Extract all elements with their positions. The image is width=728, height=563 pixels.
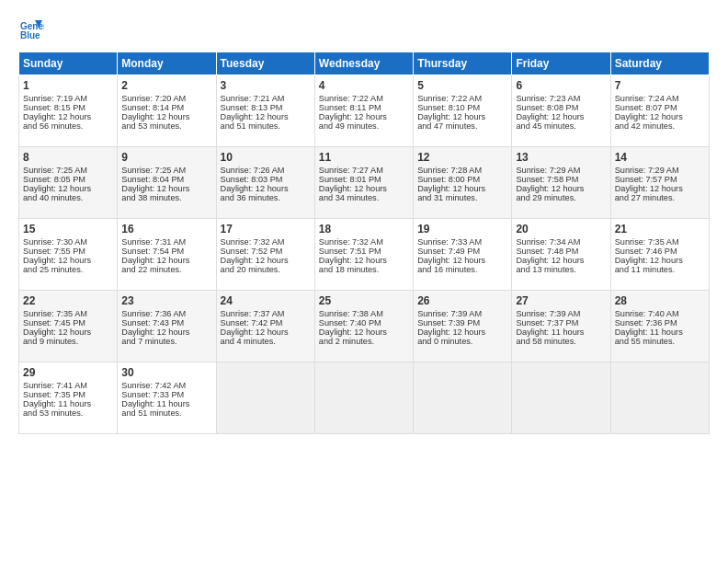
calendar-cell: 30Sunrise: 7:42 AMSunset: 7:33 PMDayligh… <box>118 362 216 434</box>
cell-info-line: Sunrise: 7:37 AM <box>221 309 311 318</box>
cell-info-line: and 11 minutes. <box>615 265 705 274</box>
calendar-cell: 18Sunrise: 7:32 AMSunset: 7:51 PMDayligh… <box>314 219 413 291</box>
day-number: 29 <box>23 366 113 379</box>
cell-info-line: Sunrise: 7:22 AM <box>417 94 507 103</box>
cell-info-line: Sunrise: 7:19 AM <box>23 94 113 103</box>
calendar-cell: 29Sunrise: 7:41 AMSunset: 7:35 PMDayligh… <box>19 362 118 434</box>
cell-info-line: Sunset: 7:42 PM <box>221 318 311 327</box>
day-number: 8 <box>23 151 113 164</box>
cell-info-line: and 27 minutes. <box>615 193 705 202</box>
cell-info-line: Sunset: 7:52 PM <box>221 247 311 256</box>
calendar-cell <box>314 362 413 434</box>
calendar-cell <box>512 362 610 434</box>
cell-info-line: Sunset: 7:49 PM <box>417 247 507 256</box>
day-number: 1 <box>23 79 113 92</box>
calendar-cell: 3Sunrise: 7:21 AMSunset: 8:13 PMDaylight… <box>216 75 314 147</box>
cell-info-line: Sunrise: 7:38 AM <box>319 309 409 318</box>
calendar-cell: 7Sunrise: 7:24 AMSunset: 8:07 PMDaylight… <box>610 75 709 147</box>
day-number: 12 <box>417 151 507 164</box>
day-number: 26 <box>417 294 507 307</box>
cell-info-line: Sunrise: 7:35 AM <box>23 309 113 318</box>
day-number: 30 <box>121 366 211 379</box>
cell-info-line: Sunrise: 7:27 AM <box>319 166 409 175</box>
calendar-cell: 10Sunrise: 7:26 AMSunset: 8:03 PMDayligh… <box>216 147 314 219</box>
cell-info-line: Sunrise: 7:24 AM <box>615 94 705 103</box>
day-number: 4 <box>319 79 409 92</box>
cell-info-line: Daylight: 12 hours <box>23 112 113 121</box>
cell-info-line: Sunset: 7:33 PM <box>121 390 211 399</box>
cell-info-line: Sunset: 8:01 PM <box>319 175 409 184</box>
calendar-table: SundayMondayTuesdayWednesdayThursdayFrid… <box>18 52 710 434</box>
calendar-cell: 19Sunrise: 7:33 AMSunset: 7:49 PMDayligh… <box>414 219 512 291</box>
cell-info-line: Daylight: 12 hours <box>516 112 606 121</box>
day-number: 18 <box>319 223 409 236</box>
cell-info-line: and 13 minutes. <box>516 265 606 274</box>
cell-info-line: and 18 minutes. <box>319 265 409 274</box>
cell-info-line: and 20 minutes. <box>221 265 311 274</box>
calendar-cell: 4Sunrise: 7:22 AMSunset: 8:11 PMDaylight… <box>314 75 413 147</box>
cell-info-line: Sunrise: 7:36 AM <box>121 309 211 318</box>
calendar-cell: 15Sunrise: 7:30 AMSunset: 7:55 PMDayligh… <box>19 219 118 291</box>
cell-info-line: and 2 minutes. <box>319 337 409 346</box>
calendar-cell: 5Sunrise: 7:22 AMSunset: 8:10 PMDaylight… <box>414 75 512 147</box>
cell-info-line: Sunrise: 7:30 AM <box>23 237 113 247</box>
cell-info-line: Sunrise: 7:40 AM <box>615 309 705 318</box>
day-number: 7 <box>615 79 705 92</box>
cell-info-line: Sunset: 8:15 PM <box>23 103 113 112</box>
cell-info-line: Sunrise: 7:23 AM <box>516 94 606 103</box>
cell-info-line: Daylight: 12 hours <box>121 327 211 337</box>
cell-info-line: Sunrise: 7:21 AM <box>221 94 311 103</box>
day-number: 16 <box>121 223 211 236</box>
cell-info-line: Daylight: 11 hours <box>615 327 705 337</box>
cell-info-line: and 55 minutes. <box>615 337 705 346</box>
column-header-wednesday: Wednesday <box>314 52 413 75</box>
cell-info-line: and 36 minutes. <box>221 193 311 202</box>
cell-info-line: Daylight: 12 hours <box>319 112 409 121</box>
cell-info-line: Daylight: 11 hours <box>121 399 211 408</box>
cell-info-line: Daylight: 11 hours <box>516 327 606 337</box>
logo-icon: General Blue <box>18 17 44 42</box>
calendar-cell: 25Sunrise: 7:38 AMSunset: 7:40 PMDayligh… <box>314 291 413 362</box>
top-section: General Blue <box>18 17 710 42</box>
cell-info-line: Sunset: 7:51 PM <box>319 247 409 256</box>
calendar-cell: 1Sunrise: 7:19 AMSunset: 8:15 PMDaylight… <box>19 75 118 147</box>
day-number: 15 <box>23 223 113 236</box>
cell-info-line: and 34 minutes. <box>319 193 409 202</box>
cell-info-line: Sunset: 8:13 PM <box>221 103 311 112</box>
cell-info-line: Sunset: 8:00 PM <box>417 175 507 184</box>
calendar-cell: 12Sunrise: 7:28 AMSunset: 8:00 PMDayligh… <box>414 147 512 219</box>
calendar-cell: 27Sunrise: 7:39 AMSunset: 7:37 PMDayligh… <box>512 291 610 362</box>
calendar-cell: 17Sunrise: 7:32 AMSunset: 7:52 PMDayligh… <box>216 219 314 291</box>
cell-info-line: Daylight: 12 hours <box>121 184 211 193</box>
cell-info-line: Sunrise: 7:20 AM <box>121 94 211 103</box>
day-number: 17 <box>221 223 311 236</box>
cell-info-line: Sunset: 8:08 PM <box>516 103 606 112</box>
cell-info-line: Sunset: 7:45 PM <box>23 318 113 327</box>
cell-info-line: Sunrise: 7:25 AM <box>23 166 113 175</box>
cell-info-line: and 56 minutes. <box>23 121 113 131</box>
week-row-2: 8Sunrise: 7:25 AMSunset: 8:05 PMDaylight… <box>19 147 710 219</box>
column-header-thursday: Thursday <box>414 52 512 75</box>
cell-info-line: Daylight: 12 hours <box>319 184 409 193</box>
cell-info-line: Daylight: 12 hours <box>417 184 507 193</box>
cell-info-line: and 16 minutes. <box>417 265 507 274</box>
cell-info-line: Sunset: 8:04 PM <box>121 175 211 184</box>
cell-info-line: Sunrise: 7:28 AM <box>417 166 507 175</box>
cell-info-line: Daylight: 11 hours <box>23 399 113 408</box>
cell-info-line: Daylight: 12 hours <box>221 327 311 337</box>
cell-info-line: Sunset: 8:03 PM <box>221 175 311 184</box>
calendar-cell: 16Sunrise: 7:31 AMSunset: 7:54 PMDayligh… <box>118 219 216 291</box>
cell-info-line: and 51 minutes. <box>121 408 211 418</box>
cell-info-line: Sunrise: 7:32 AM <box>319 237 409 247</box>
cell-info-line: and 7 minutes. <box>121 337 211 346</box>
week-row-4: 22Sunrise: 7:35 AMSunset: 7:45 PMDayligh… <box>19 291 710 362</box>
cell-info-line: Sunset: 8:14 PM <box>121 103 211 112</box>
day-number: 23 <box>121 294 211 307</box>
cell-info-line: Daylight: 12 hours <box>615 112 705 121</box>
cell-info-line: Sunrise: 7:32 AM <box>221 237 311 247</box>
cell-info-line: Daylight: 12 hours <box>516 256 606 265</box>
cell-info-line: and 58 minutes. <box>516 337 606 346</box>
cell-info-line: Sunset: 8:11 PM <box>319 103 409 112</box>
calendar-cell: 22Sunrise: 7:35 AMSunset: 7:45 PMDayligh… <box>19 291 118 362</box>
cell-info-line: Sunrise: 7:35 AM <box>615 237 705 247</box>
